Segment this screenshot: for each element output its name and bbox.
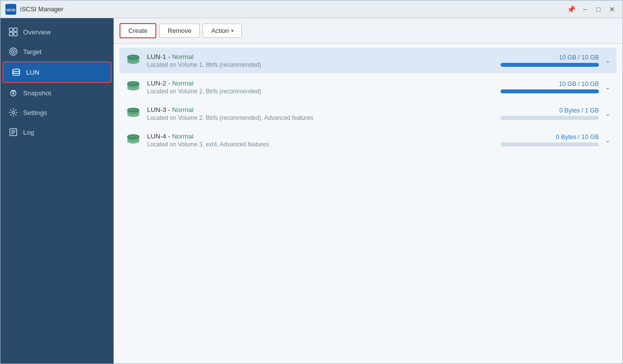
- lun-list: LUN-1 - Normal Located on Volume 1, Btrf…: [114, 44, 623, 364]
- sidebar-target-label: Target: [23, 48, 42, 56]
- svg-point-8: [13, 51, 14, 53]
- lun-progress-bg: [501, 89, 599, 93]
- lun-name: LUN-4 - Normal: [147, 133, 486, 140]
- lun-id: LUN-2: [147, 80, 166, 87]
- lun-name: LUN-2 - Normal: [147, 80, 486, 87]
- pin-button[interactable]: 📌: [565, 4, 576, 15]
- lun-location: Located on Volume 2, Btrfs (recommended): [147, 88, 486, 95]
- close-button[interactable]: ✕: [607, 4, 618, 15]
- lun-right: 0 Bytes / 10 GB: [486, 134, 599, 146]
- sidebar-item-lun[interactable]: LUN: [2, 61, 112, 83]
- lun-size: 0 Bytes / 1 GB: [559, 107, 599, 114]
- lun-expand-chevron[interactable]: ⌄: [605, 136, 611, 144]
- svg-point-11: [12, 92, 14, 94]
- lun-info: LUN-3 - Normal Located on Volume 2, Btrf…: [147, 106, 486, 121]
- svg-point-12: [12, 112, 15, 114]
- lun-status: Normal: [172, 133, 194, 140]
- main-window: iSCSI iSCSI Manager 📌 − □ ✕: [0, 0, 623, 364]
- window-title: iSCSI Manager: [20, 5, 63, 13]
- create-button[interactable]: Create: [119, 23, 156, 38]
- lun-right: 10 GB / 10 GB: [486, 81, 599, 93]
- sidebar-item-overview[interactable]: Overview: [0, 22, 114, 42]
- lun-progress-fill: [501, 63, 599, 67]
- lun-info: LUN-1 - Normal Located on Volume 1, Btrf…: [147, 53, 486, 68]
- sidebar-overview-label: Overview: [23, 28, 51, 36]
- main-body: Overview Target: [0, 18, 623, 364]
- remove-button[interactable]: Remove: [159, 24, 200, 38]
- lun-list-item[interactable]: LUN-2 - Normal Located on Volume 2, Btrf…: [119, 74, 617, 100]
- svg-rect-5: [14, 32, 17, 36]
- lun-db-icon: [125, 106, 141, 121]
- lun-separator: -: [168, 133, 172, 140]
- sidebar-snapshot-label: Snapshot: [23, 89, 51, 97]
- svg-rect-3: [14, 28, 17, 31]
- lun-location: Located on Volume 3, ext4, Advanced feat…: [147, 141, 486, 148]
- lun-expand-chevron[interactable]: ⌄: [605, 83, 611, 91]
- lun-list-item[interactable]: LUN-4 - Normal Located on Volume 3, ext4…: [119, 127, 617, 153]
- lun-info: LUN-4 - Normal Located on Volume 3, ext4…: [147, 133, 486, 148]
- title-bar-controls: 📌 − □ ✕: [565, 4, 618, 15]
- app-icon: iSCSI: [5, 4, 16, 15]
- lun-db-icon: [125, 53, 141, 68]
- lun-info: LUN-2 - Normal Located on Volume 2, Btrf…: [147, 80, 486, 95]
- lun-status: Normal: [172, 53, 194, 60]
- lun-expand-chevron[interactable]: ⌄: [605, 56, 611, 64]
- sidebar: Overview Target: [0, 18, 114, 364]
- lun-id: LUN-1: [147, 53, 166, 60]
- minimize-button[interactable]: −: [579, 4, 590, 15]
- lun-location: Located on Volume 2, Btrfs (recommended)…: [147, 114, 486, 121]
- toolbar: Create Remove Action ▾: [114, 18, 623, 44]
- lun-id: LUN-4: [147, 133, 166, 140]
- lun-separator: -: [168, 106, 172, 113]
- sidebar-lun-label: LUN: [26, 69, 39, 76]
- sidebar-item-settings[interactable]: Settings: [0, 103, 114, 122]
- lun-db-icon: [125, 132, 141, 148]
- target-icon: [8, 47, 18, 56]
- title-bar-left: iSCSI iSCSI Manager: [5, 4, 63, 15]
- snapshot-icon: [8, 88, 18, 98]
- lun-db-icon: [125, 79, 141, 95]
- action-button[interactable]: Action ▾: [203, 24, 241, 38]
- lun-name: LUN-3 - Normal: [147, 106, 486, 113]
- sidebar-settings-label: Settings: [23, 109, 47, 116]
- lun-progress-fill: [501, 89, 599, 93]
- action-label: Action: [211, 27, 229, 34]
- lun-progress-bg: [501, 63, 599, 67]
- lun-id: LUN-3: [147, 106, 166, 113]
- lun-separator: -: [168, 53, 172, 60]
- maximize-button[interactable]: □: [593, 4, 604, 15]
- lun-location: Located on Volume 1, Btrfs (recommended): [147, 61, 486, 68]
- lun-progress-bg: [501, 116, 599, 120]
- content-area: Create Remove Action ▾: [114, 18, 623, 364]
- lun-list-item[interactable]: LUN-3 - Normal Located on Volume 2, Btrf…: [119, 101, 617, 126]
- lun-status: Normal: [172, 80, 194, 87]
- settings-icon: [8, 108, 18, 117]
- lun-name: LUN-1 - Normal: [147, 53, 486, 60]
- lun-separator: -: [168, 80, 172, 87]
- lun-size: 10 GB / 10 GB: [559, 54, 599, 61]
- svg-rect-2: [9, 28, 13, 31]
- lun-right: 0 Bytes / 1 GB: [486, 107, 599, 120]
- lun-size: 0 Bytes / 10 GB: [556, 134, 599, 140]
- sidebar-log-label: Log: [23, 129, 34, 136]
- overview-icon: [8, 27, 18, 37]
- sidebar-item-snapshot[interactable]: Snapshot: [0, 83, 114, 103]
- svg-point-9: [13, 69, 20, 72]
- svg-text:iSCSI: iSCSI: [6, 8, 15, 12]
- sidebar-item-log[interactable]: Log: [0, 122, 114, 142]
- title-bar: iSCSI iSCSI Manager 📌 − □ ✕: [0, 0, 623, 18]
- lun-expand-chevron[interactable]: ⌄: [605, 110, 611, 117]
- lun-icon: [11, 67, 21, 77]
- action-dropdown-arrow: ▾: [231, 28, 234, 33]
- lun-list-item[interactable]: LUN-1 - Normal Located on Volume 1, Btrf…: [119, 48, 617, 73]
- log-icon: [8, 127, 18, 137]
- sidebar-item-target[interactable]: Target: [0, 42, 114, 61]
- lun-progress-bg: [501, 142, 599, 146]
- lun-size: 10 GB / 10 GB: [559, 81, 599, 87]
- lun-status: Normal: [172, 106, 194, 113]
- svg-rect-4: [9, 32, 13, 36]
- lun-right: 10 GB / 10 GB: [486, 54, 599, 67]
